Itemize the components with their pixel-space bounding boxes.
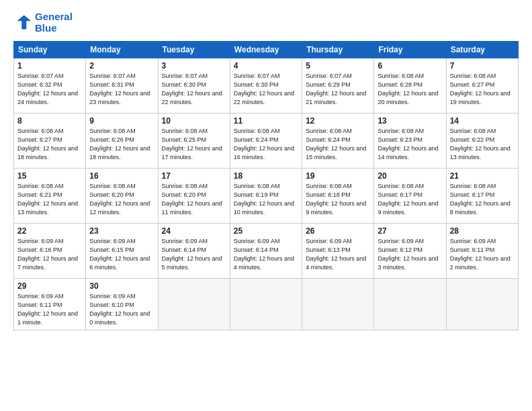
day-number: 6 (378, 61, 442, 71)
calendar-cell: 3Sunrise: 6:07 AMSunset: 6:30 PMDaylight… (158, 58, 230, 113)
day-info: Sunrise: 6:09 AMSunset: 6:14 PMDaylight:… (162, 237, 226, 272)
logo-blue: Blue (35, 22, 73, 34)
calendar-cell: 15Sunrise: 6:08 AMSunset: 6:21 PMDayligh… (14, 168, 86, 223)
day-info: Sunrise: 6:08 AMSunset: 6:20 PMDaylight:… (162, 182, 226, 217)
weekday-header-monday: Monday (86, 41, 158, 58)
day-info: Sunrise: 6:08 AMSunset: 6:23 PMDaylight:… (378, 127, 442, 162)
day-number: 23 (89, 226, 154, 236)
day-info: Sunrise: 6:08 AMSunset: 6:18 PMDaylight:… (306, 182, 370, 217)
calendar-cell: 13Sunrise: 6:08 AMSunset: 6:23 PMDayligh… (374, 113, 446, 168)
calendar-cell: 9Sunrise: 6:08 AMSunset: 6:26 PMDaylight… (86, 113, 158, 168)
calendar-cell: 27Sunrise: 6:09 AMSunset: 6:12 PMDayligh… (374, 223, 446, 278)
calendar-cell: 8Sunrise: 6:08 AMSunset: 6:27 PMDaylight… (14, 113, 86, 168)
calendar-cell: 29Sunrise: 6:09 AMSunset: 6:11 PMDayligh… (14, 278, 86, 330)
calendar-cell: 22Sunrise: 6:09 AMSunset: 6:16 PMDayligh… (14, 223, 86, 278)
day-info: Sunrise: 6:08 AMSunset: 6:20 PMDaylight:… (89, 182, 154, 217)
weekday-header-sunday: Sunday (14, 41, 86, 58)
logo-text: General (35, 11, 73, 22)
day-number: 4 (234, 61, 298, 71)
day-info: Sunrise: 6:08 AMSunset: 6:17 PMDaylight:… (378, 182, 442, 217)
calendar-table: SundayMondayTuesdayWednesdayThursdayFrid… (13, 41, 519, 330)
day-info: Sunrise: 6:09 AMSunset: 6:11 PMDaylight:… (450, 237, 515, 272)
day-number: 5 (306, 61, 370, 71)
day-number: 10 (162, 116, 226, 126)
calendar-cell: 23Sunrise: 6:09 AMSunset: 6:15 PMDayligh… (86, 223, 158, 278)
day-info: Sunrise: 6:08 AMSunset: 6:27 PMDaylight:… (450, 72, 515, 107)
logo-icon (13, 13, 32, 32)
day-number: 24 (162, 226, 226, 236)
day-number: 26 (306, 226, 370, 236)
day-info: Sunrise: 6:09 AMSunset: 6:16 PMDaylight:… (17, 237, 82, 272)
day-number: 18 (234, 171, 298, 181)
day-info: Sunrise: 6:08 AMSunset: 6:24 PMDaylight:… (234, 127, 298, 162)
day-number: 11 (234, 116, 298, 126)
day-info: Sunrise: 6:09 AMSunset: 6:11 PMDaylight:… (17, 292, 82, 327)
day-number: 17 (162, 171, 226, 181)
day-number: 2 (89, 61, 154, 71)
calendar-cell: 11Sunrise: 6:08 AMSunset: 6:24 PMDayligh… (230, 113, 302, 168)
calendar-cell: 7Sunrise: 6:08 AMSunset: 6:27 PMDaylight… (446, 58, 518, 113)
day-info: Sunrise: 6:07 AMSunset: 6:29 PMDaylight:… (306, 72, 370, 107)
header: General Blue (13, 11, 519, 34)
calendar-week-row: 1Sunrise: 6:07 AMSunset: 6:32 PMDaylight… (14, 58, 519, 113)
calendar-cell: 26Sunrise: 6:09 AMSunset: 6:13 PMDayligh… (302, 223, 374, 278)
weekday-header-friday: Friday (374, 41, 446, 58)
day-info: Sunrise: 6:09 AMSunset: 6:13 PMDaylight:… (306, 237, 370, 272)
day-number: 1 (17, 61, 82, 71)
calendar-cell: 30Sunrise: 6:09 AMSunset: 6:10 PMDayligh… (86, 278, 158, 330)
page-container: General Blue SundayMondayTuesdayWednesda… (0, 0, 532, 337)
calendar-cell: 2Sunrise: 6:07 AMSunset: 6:31 PMDaylight… (86, 58, 158, 113)
day-number: 27 (378, 226, 442, 236)
day-info: Sunrise: 6:08 AMSunset: 6:24 PMDaylight:… (306, 127, 370, 162)
calendar-week-row: 22Sunrise: 6:09 AMSunset: 6:16 PMDayligh… (14, 223, 519, 278)
day-number: 14 (450, 116, 515, 126)
day-info: Sunrise: 6:09 AMSunset: 6:14 PMDaylight:… (234, 237, 298, 272)
day-info: Sunrise: 6:08 AMSunset: 6:28 PMDaylight:… (378, 72, 442, 107)
day-number: 28 (450, 226, 515, 236)
calendar-cell (374, 278, 446, 330)
calendar-cell (302, 278, 374, 330)
calendar-cell: 19Sunrise: 6:08 AMSunset: 6:18 PMDayligh… (302, 168, 374, 223)
day-number: 8 (17, 116, 82, 126)
weekday-header-thursday: Thursday (302, 41, 374, 58)
day-number: 30 (89, 281, 154, 291)
calendar-cell: 10Sunrise: 6:08 AMSunset: 6:25 PMDayligh… (158, 113, 230, 168)
calendar-cell: 5Sunrise: 6:07 AMSunset: 6:29 PMDaylight… (302, 58, 374, 113)
day-info: Sunrise: 6:07 AMSunset: 6:30 PMDaylight:… (234, 72, 298, 107)
logo: General Blue (13, 11, 73, 34)
day-info: Sunrise: 6:09 AMSunset: 6:10 PMDaylight:… (89, 292, 154, 327)
day-info: Sunrise: 6:08 AMSunset: 6:26 PMDaylight:… (89, 127, 154, 162)
calendar-cell (230, 278, 302, 330)
day-info: Sunrise: 6:08 AMSunset: 6:27 PMDaylight:… (17, 127, 82, 162)
calendar-week-row: 8Sunrise: 6:08 AMSunset: 6:27 PMDaylight… (14, 113, 519, 168)
calendar-cell: 14Sunrise: 6:08 AMSunset: 6:22 PMDayligh… (446, 113, 518, 168)
day-number: 9 (89, 116, 154, 126)
calendar-cell: 12Sunrise: 6:08 AMSunset: 6:24 PMDayligh… (302, 113, 374, 168)
calendar-cell: 16Sunrise: 6:08 AMSunset: 6:20 PMDayligh… (86, 168, 158, 223)
day-number: 20 (378, 171, 442, 181)
calendar-week-row: 15Sunrise: 6:08 AMSunset: 6:21 PMDayligh… (14, 168, 519, 223)
day-number: 25 (234, 226, 298, 236)
day-number: 13 (378, 116, 442, 126)
day-info: Sunrise: 6:07 AMSunset: 6:30 PMDaylight:… (162, 72, 226, 107)
weekday-header-row: SundayMondayTuesdayWednesdayThursdayFrid… (14, 41, 519, 58)
weekday-header-saturday: Saturday (446, 41, 518, 58)
day-number: 12 (306, 116, 370, 126)
calendar-cell (446, 278, 518, 330)
calendar-cell: 18Sunrise: 6:08 AMSunset: 6:19 PMDayligh… (230, 168, 302, 223)
weekday-header-tuesday: Tuesday (158, 41, 230, 58)
calendar-cell: 6Sunrise: 6:08 AMSunset: 6:28 PMDaylight… (374, 58, 446, 113)
calendar-cell: 20Sunrise: 6:08 AMSunset: 6:17 PMDayligh… (374, 168, 446, 223)
calendar-week-row: 29Sunrise: 6:09 AMSunset: 6:11 PMDayligh… (14, 278, 519, 330)
calendar-cell: 17Sunrise: 6:08 AMSunset: 6:20 PMDayligh… (158, 168, 230, 223)
day-info: Sunrise: 6:07 AMSunset: 6:31 PMDaylight:… (89, 72, 154, 107)
weekday-header-wednesday: Wednesday (230, 41, 302, 58)
calendar-cell: 25Sunrise: 6:09 AMSunset: 6:14 PMDayligh… (230, 223, 302, 278)
day-info: Sunrise: 6:07 AMSunset: 6:32 PMDaylight:… (17, 72, 82, 107)
day-info: Sunrise: 6:08 AMSunset: 6:17 PMDaylight:… (450, 182, 515, 217)
day-number: 7 (450, 61, 515, 71)
day-number: 19 (306, 171, 370, 181)
day-number: 29 (17, 281, 82, 291)
day-number: 16 (89, 171, 154, 181)
day-info: Sunrise: 6:08 AMSunset: 6:19 PMDaylight:… (234, 182, 298, 217)
